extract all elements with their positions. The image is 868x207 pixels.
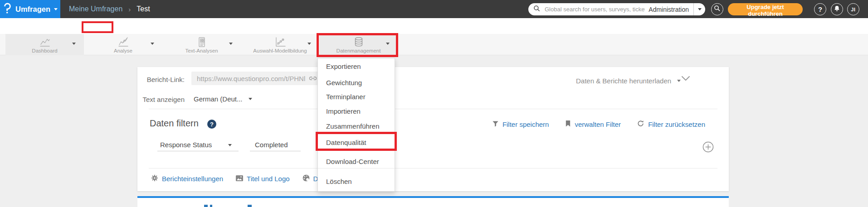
chevron-down-icon[interactable]: [228, 144, 232, 146]
response-status-dropdown[interactable]: Response Status: [160, 141, 212, 149]
search-scope-selector[interactable]: Administration: [649, 6, 689, 13]
manage-filter-label: verwalten Filter: [575, 120, 621, 128]
menu-divider: [318, 168, 395, 168]
download-reports-label: Daten & Berichte herunterladen: [576, 77, 671, 85]
bell-icon: [834, 5, 840, 14]
menu-item-datenqualitaet[interactable]: Datenqualität: [318, 139, 395, 146]
menu-item-download-center[interactable]: Download-Center: [318, 158, 395, 165]
language-value: German (Deut...: [194, 95, 243, 103]
help-button[interactable]: ?: [814, 3, 826, 15]
menu-item-terminplaner[interactable]: Terminplaner: [318, 93, 395, 101]
user-avatar[interactable]: JI: [847, 3, 859, 15]
chevron-down-icon: [54, 8, 58, 10]
questionpro-logo-icon: [3, 2, 12, 16]
toolbar-item-label: Auswahl-Modellbildung: [241, 48, 319, 53]
menu-item-importieren[interactable]: Importieren: [318, 107, 395, 115]
analysis-toolbar: Dashboard Analyse Text-Analysen: [0, 34, 868, 55]
chevron-down-icon: [229, 43, 233, 45]
title-logo-link[interactable]: Titel und Logo: [236, 175, 290, 183]
section-divider: [149, 109, 717, 109]
menu-item-exportieren[interactable]: Exportieren: [318, 63, 395, 70]
top-bar: Umfragen Meine Umfragen › Test Administr…: [0, 0, 868, 18]
filter-funnel-icon: [492, 120, 499, 129]
breadcrumb: Meine Umfragen › Test: [69, 0, 150, 18]
breadcrumb-current: Test: [137, 5, 150, 13]
chevron-down-icon: [677, 80, 681, 82]
chevron-down-icon: [386, 43, 390, 45]
report-link-input[interactable]: [191, 72, 319, 85]
next-section-card: [137, 198, 729, 207]
filter-actions: Filter speichern verwalten Filter Filter…: [492, 120, 705, 129]
save-filter-label: Filter speichern: [502, 120, 549, 128]
save-filter-link[interactable]: Filter speichern: [492, 120, 549, 129]
menu-item-zusammenfuehren[interactable]: Zusammenführen: [318, 122, 395, 130]
breadcrumb-separator: ›: [128, 5, 131, 13]
report-footer-links: Berichteinstellungen Titel und Logo Desi…: [151, 174, 344, 183]
report-settings-link[interactable]: Berichteinstellungen: [151, 174, 223, 183]
toolbar-item-label: Text-Analysen: [162, 48, 241, 53]
toolbar-item-analyse[interactable]: Analyse: [84, 34, 162, 55]
chevron-down-icon: [72, 43, 76, 45]
product-menu-button[interactable]: Umfragen: [0, 0, 60, 18]
clipped-text-fragment: [204, 205, 208, 207]
datenmanagement-dropdown-menu: Exportieren Gewichtung Terminplaner Impo…: [317, 58, 395, 192]
product-menu-label: Umfragen: [15, 5, 50, 14]
add-filter-button[interactable]: [702, 141, 714, 154]
global-search-input[interactable]: [544, 5, 646, 13]
toolbar-items: Dashboard Analyse Text-Analysen: [5, 34, 398, 55]
clipped-text-fragment: [210, 205, 212, 207]
toolbar-item-text-analysen[interactable]: Text-Analysen: [162, 34, 241, 55]
toolbar-item-dashboard[interactable]: Dashboard: [5, 34, 84, 55]
report-link-label: Bericht-Link:: [137, 76, 185, 83]
toolbar-item-label: Dashboard: [5, 48, 84, 53]
upgrade-button[interactable]: Upgrade jetzt durchführen: [728, 3, 803, 15]
underline: [157, 151, 239, 151]
reset-filter-label: Filter zurücksetzen: [648, 120, 705, 128]
chevron-down-icon: [307, 43, 311, 45]
section-divider: [149, 168, 717, 168]
language-dropdown[interactable]: German (Deut...: [194, 95, 252, 103]
collapse-section-button[interactable]: [681, 75, 691, 83]
report-card: Bericht-Link: Daten & Berichte herunterl…: [137, 67, 729, 191]
trend-chart-icon: [117, 37, 129, 49]
search-icon: [714, 5, 721, 14]
link-icon[interactable]: [309, 75, 317, 84]
clipped-text-fragment: [248, 205, 252, 207]
scatter-model-icon: [274, 37, 286, 49]
download-reports-dropdown[interactable]: Daten & Berichte herunterladen: [576, 77, 681, 85]
underline: [250, 151, 301, 151]
search-scope-caret[interactable]: [693, 3, 705, 15]
reset-filter-link[interactable]: Filter zurücksetzen: [637, 120, 705, 129]
menu-item-loeschen[interactable]: Löschen: [318, 178, 395, 185]
global-search-bar: Administration: [528, 3, 705, 15]
toolbar-item-label: Analyse: [84, 48, 162, 53]
menu-item-gewichtung[interactable]: Gewichtung: [318, 79, 395, 87]
help-icon[interactable]: ?: [207, 120, 216, 129]
toolbar-item-auswahl-modellbildung[interactable]: Auswahl-Modellbildung: [241, 34, 319, 55]
palette-icon: [302, 174, 310, 183]
chevron-down-icon: [698, 8, 702, 10]
status-value-dropdown[interactable]: Completed: [255, 141, 288, 149]
database-icon: [353, 37, 365, 49]
chevron-down-icon: [151, 43, 154, 45]
chevron-down-icon: [249, 98, 252, 100]
toolbar-item-datenmanagement[interactable]: Datenmanagement: [319, 34, 398, 55]
manage-filter-link[interactable]: verwalten Filter: [565, 120, 621, 129]
page: Umfragen Meine Umfragen › Test Administr…: [0, 0, 868, 207]
bookmark-icon: [565, 120, 571, 129]
title-logo-label: Titel und Logo: [247, 175, 290, 183]
text-report-icon: [196, 37, 208, 49]
filter-section-title: Daten filtern: [150, 118, 199, 129]
reset-icon: [637, 120, 644, 129]
line-chart-icon: [39, 37, 51, 49]
toolbar-item-label: Datenmanagement: [319, 48, 398, 53]
search-submit-button[interactable]: [711, 3, 723, 15]
survey-tab-bar: Bearbeiten Distribution Analyse Integrat…: [0, 18, 868, 34]
language-label: Text anzeigen: [137, 96, 185, 103]
gear-icon: [151, 174, 158, 183]
report-settings-label: Berichteinstellungen: [162, 175, 223, 183]
image-icon: [236, 175, 243, 183]
notifications-button[interactable]: [831, 3, 843, 15]
search-icon: [533, 5, 541, 14]
breadcrumb-parent-link[interactable]: Meine Umfragen: [69, 5, 122, 13]
